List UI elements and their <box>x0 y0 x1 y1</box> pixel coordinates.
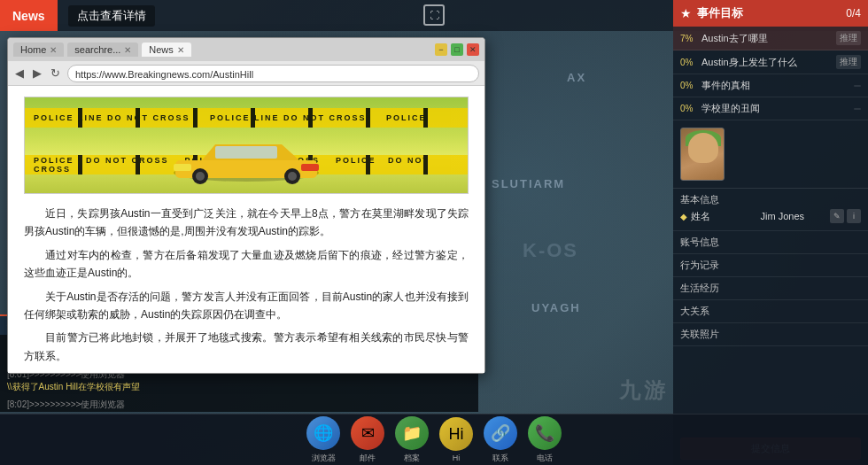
taskbar-chat[interactable]: Hi Hi <box>439 417 473 462</box>
events-header: ★ 事件目标 0/4 <box>673 0 868 27</box>
svg-rect-2 <box>215 146 277 159</box>
info-section-photos[interactable]: 关联照片 <box>673 323 868 346</box>
event-label-1: Austin身上发生了什么 <box>701 56 836 69</box>
name-label: 姓名 <box>691 210 757 223</box>
forward-button[interactable]: ▶ <box>31 66 43 80</box>
name-icons: ✎ i <box>830 209 861 223</box>
browser-label: 浏览器 <box>312 453 336 464</box>
info-section-behavior[interactable]: 行为记录 <box>673 254 868 277</box>
top-bar-subtitle: 点击查看详情 <box>68 5 155 27</box>
browser-icon: 🌐 <box>306 416 340 450</box>
info-section-photos-title: 关联照片 <box>680 328 861 341</box>
news-badge: News <box>0 0 58 31</box>
event-tag-2 <box>854 85 861 87</box>
taskbar-files[interactable]: 📁 档案 <box>395 416 429 464</box>
info-section-basic[interactable]: 基本信息 ◆ 姓名 Jim Jones ✎ i <box>673 189 868 231</box>
files-label: 档案 <box>404 453 420 464</box>
news-para-4: 目前警方已将此地封锁，并展开了地毯式搜索。警方表示希望有相关线索的市民尽快与警方… <box>24 329 469 365</box>
minimize-button[interactable]: − <box>435 43 447 56</box>
refresh-button[interactable]: ↻ <box>49 66 62 80</box>
taskbar: 🌐 浏览器 ✉ 邮件 📁 档案 Hi Hi 🔗 联系 📞 电话 <box>0 414 868 465</box>
tab-news-close[interactable]: ✕ <box>177 45 184 55</box>
event-label-0: Austin去了哪里 <box>701 32 836 45</box>
mail-label: 邮件 <box>360 453 376 464</box>
right-panel: ★ 事件目标 0/4 7% Austin去了哪里 推理 0% Austin身上发… <box>673 0 868 465</box>
chat-icon: Hi <box>439 417 473 451</box>
info-section-account-title: 账号信息 <box>680 236 861 249</box>
phone-label: 电话 <box>537 453 553 464</box>
events-title: 事件目标 <box>697 5 841 21</box>
event-tag-1: 推理 <box>836 55 861 69</box>
link-icon: 🔗 <box>484 416 517 450</box>
bullet-icon: ◆ <box>680 212 687 221</box>
browser-content: POLICE LINE DO NOT CROSS POLICE LINE DO … <box>8 86 484 373</box>
avatar-face <box>688 133 718 163</box>
mail-icon: ✉ <box>351 416 384 450</box>
info-section-relations[interactable]: 大关系 <box>673 300 868 323</box>
news-para-3: 关于Austin是否存活的问题，警方发言人并没有正面回答，目前Austin的家人… <box>24 288 469 324</box>
name-field: ◆ 姓名 Jim Jones ✎ i <box>680 206 861 226</box>
event-pct-3: 0% <box>680 104 701 113</box>
event-item-2[interactable]: 0% 事件的真相 <box>673 74 868 97</box>
tab-home-close[interactable]: ✕ <box>50 45 57 55</box>
svg-rect-8 <box>301 164 319 171</box>
info-section-basic-title: 基本信息 <box>680 193 719 206</box>
info-section-behavior-title: 行为记录 <box>680 259 861 272</box>
info-icon[interactable]: i <box>847 209 861 223</box>
watermark: 九游 <box>619 376 669 405</box>
news-para-2: 通过对车内的检查，警方在后备箱发现了大量血迹及燃烧后留下的痕迹，经过警方鉴定，这… <box>24 246 469 283</box>
browser-win-controls: − □ ✕ <box>435 43 479 56</box>
edit-icon[interactable]: ✎ <box>830 209 844 223</box>
avatar-section <box>673 120 868 189</box>
event-tag-0: 推理 <box>836 31 861 45</box>
info-section-life-title: 生活经历 <box>680 282 861 295</box>
name-value: Jim Jones <box>761 211 827 221</box>
svg-point-4 <box>196 172 205 181</box>
star-icon: ★ <box>680 6 692 20</box>
svg-rect-7 <box>174 164 191 171</box>
browser-window: Home ✕ searchre... ✕ News ✕ − □ ✕ ◀ ▶ ↻ … <box>7 37 485 374</box>
event-pct-0: 7% <box>680 34 701 43</box>
tab-news[interactable]: News ✕ <box>142 43 191 57</box>
taskbar-link[interactable]: 🔗 联系 <box>484 416 517 464</box>
info-section-account[interactable]: 账号信息 <box>673 231 868 254</box>
event-tag-3 <box>854 108 861 110</box>
event-pct-1: 0% <box>680 58 701 67</box>
police-tape-top: POLICE LINE DO NOT CROSS POLICE LINE DO … <box>25 108 468 128</box>
url-bar[interactable]: https://www.Breakingnews.com/AustinHill <box>67 65 479 82</box>
tab-search[interactable]: searchre... ✕ <box>67 43 138 57</box>
ops-reward-1: \\获得了Austin Hill在学校很有声望 <box>7 381 471 393</box>
info-section-relations-title: 大关系 <box>680 305 861 318</box>
avatar <box>680 128 725 181</box>
news-image: POLICE LINE DO NOT CROSS POLICE LINE DO … <box>24 97 469 194</box>
phone-icon: 📞 <box>528 416 562 450</box>
event-item-0[interactable]: 7% Austin去了哪里 推理 <box>673 27 868 50</box>
event-label-2: 事件的真相 <box>701 79 854 92</box>
back-button[interactable]: ◀ <box>13 66 26 80</box>
events-count: 0/4 <box>846 7 861 19</box>
taskbar-browser[interactable]: 🌐 浏览器 <box>306 416 340 464</box>
svg-point-6 <box>288 172 297 181</box>
tab-search-close[interactable]: ✕ <box>124 45 131 55</box>
chat-label: Hi <box>453 453 461 462</box>
taskbar-mail[interactable]: ✉ 邮件 <box>351 416 384 464</box>
files-icon: 📁 <box>395 416 429 450</box>
event-label-3: 学校里的丑闻 <box>701 102 854 115</box>
browser-titlebar: Home ✕ searchre... ✕ News ✕ − □ ✕ <box>8 38 484 61</box>
info-section-life[interactable]: 生活经历 <box>673 277 868 300</box>
link-label: 联系 <box>492 453 508 464</box>
news-body: 近日，失踪男孩Austin一直受到广泛关注，就在今天早上8点，警方在莫里湖畔发现… <box>24 205 469 365</box>
info-section-basic-header: 基本信息 <box>680 193 861 206</box>
taskbar-phone[interactable]: 📞 电话 <box>528 416 562 464</box>
event-item-1[interactable]: 0% Austin身上发生了什么 推理 <box>673 50 868 74</box>
tab-home[interactable]: Home ✕ <box>13 43 64 57</box>
event-item-3[interactable]: 0% 学校里的丑闻 <box>673 97 868 120</box>
ops-time-2: [8:02]>>>>>>>>>>使用浏览器 <box>7 399 471 409</box>
news-para-1: 近日，失踪男孩Austin一直受到广泛关注，就在今天早上8点，警方在莫里湖畔发现… <box>24 205 469 241</box>
close-window-button[interactable]: ✕ <box>467 43 479 56</box>
ops-entry-2: [8:02]>>>>>>>>>>使用浏览器 \\获得了Austin的很有责任感 <box>7 399 471 409</box>
browser-toolbar: ◀ ▶ ↻ https://www.Breakingnews.com/Austi… <box>8 61 484 86</box>
fullscreen-icon[interactable]: ⛶ <box>423 4 445 26</box>
car-svg <box>167 136 326 184</box>
maximize-button[interactable]: □ <box>451 43 463 56</box>
